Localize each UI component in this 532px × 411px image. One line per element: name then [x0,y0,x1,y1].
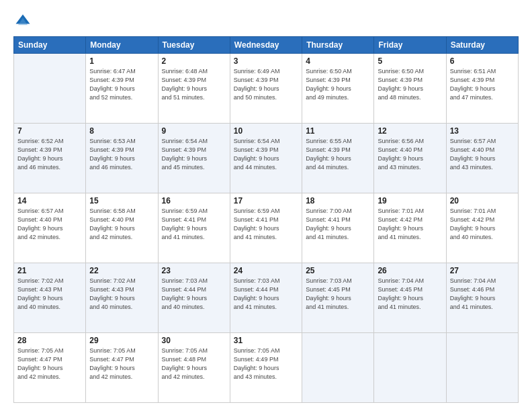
day-number: 9 [162,126,226,136]
day-cell: 20Sunrise: 7:01 AM Sunset: 4:42 PM Dayli… [446,193,518,263]
day-number: 16 [162,196,226,205]
day-cell: 4Sunrise: 6:50 AM Sunset: 4:39 PM Daylig… [302,54,374,124]
day-number: 8 [89,126,154,136]
day-info: Sunrise: 7:04 AM Sunset: 4:45 PM Dayligh… [378,277,442,312]
day-cell: 12Sunrise: 6:56 AM Sunset: 4:40 PM Dayli… [374,124,446,193]
day-cell [374,333,446,403]
day-number: 31 [234,336,298,345]
day-cell: 2Sunrise: 6:48 AM Sunset: 4:39 PM Daylig… [158,54,230,124]
day-cell: 23Sunrise: 7:03 AM Sunset: 4:44 PM Dayli… [158,263,230,333]
day-number: 10 [234,126,298,136]
col-header-saturday: Saturday [446,37,518,54]
day-cell: 14Sunrise: 6:57 AM Sunset: 4:40 PM Dayli… [14,193,86,263]
day-cell: 18Sunrise: 7:00 AM Sunset: 4:41 PM Dayli… [302,193,374,263]
day-number: 17 [234,196,298,205]
week-row-0: 1Sunrise: 6:47 AM Sunset: 4:39 PM Daylig… [14,54,519,124]
day-number: 19 [378,196,442,205]
day-cell: 16Sunrise: 6:59 AM Sunset: 4:41 PM Dayli… [158,193,230,263]
col-header-wednesday: Wednesday [230,37,302,54]
week-row-2: 14Sunrise: 6:57 AM Sunset: 4:40 PM Dayli… [14,193,519,263]
week-row-3: 21Sunrise: 7:02 AM Sunset: 4:43 PM Dayli… [14,263,519,333]
day-info: Sunrise: 6:53 AM Sunset: 4:39 PM Dayligh… [89,137,154,172]
day-cell: 22Sunrise: 7:02 AM Sunset: 4:43 PM Dayli… [86,263,158,333]
day-cell: 25Sunrise: 7:03 AM Sunset: 4:45 PM Dayli… [302,263,374,333]
day-cell: 5Sunrise: 6:50 AM Sunset: 4:39 PM Daylig… [374,54,446,124]
page: SundayMondayTuesdayWednesdayThursdayFrid… [0,0,532,411]
day-number: 20 [450,196,515,205]
day-cell: 24Sunrise: 7:03 AM Sunset: 4:44 PM Dayli… [230,263,302,333]
day-number: 18 [306,196,370,205]
day-info: Sunrise: 7:05 AM Sunset: 4:49 PM Dayligh… [234,347,298,381]
day-number: 22 [89,266,154,275]
col-header-thursday: Thursday [302,37,374,54]
day-info: Sunrise: 7:03 AM Sunset: 4:44 PM Dayligh… [162,277,226,312]
day-number: 1 [89,56,154,66]
day-info: Sunrise: 6:55 AM Sunset: 4:39 PM Dayligh… [306,137,370,172]
col-header-friday: Friday [374,37,446,54]
day-info: Sunrise: 7:00 AM Sunset: 4:41 PM Dayligh… [306,207,370,242]
day-info: Sunrise: 7:01 AM Sunset: 4:42 PM Dayligh… [450,207,515,242]
day-cell [14,54,86,124]
day-number: 7 [17,126,82,136]
day-info: Sunrise: 6:52 AM Sunset: 4:39 PM Dayligh… [17,137,82,172]
col-header-sunday: Sunday [14,37,86,54]
day-cell [446,333,518,403]
day-number: 14 [17,196,82,205]
day-number: 25 [306,266,370,275]
day-cell: 27Sunrise: 7:04 AM Sunset: 4:46 PM Dayli… [446,263,518,333]
day-info: Sunrise: 7:01 AM Sunset: 4:42 PM Dayligh… [378,207,442,242]
logo [13,12,34,31]
day-number: 30 [162,336,226,345]
week-row-4: 28Sunrise: 7:05 AM Sunset: 4:47 PM Dayli… [14,333,519,403]
day-cell: 19Sunrise: 7:01 AM Sunset: 4:42 PM Dayli… [374,193,446,263]
day-number: 26 [378,266,442,275]
day-info: Sunrise: 6:47 AM Sunset: 4:39 PM Dayligh… [89,67,154,102]
day-info: Sunrise: 6:56 AM Sunset: 4:40 PM Dayligh… [378,137,442,172]
day-cell: 8Sunrise: 6:53 AM Sunset: 4:39 PM Daylig… [86,124,158,193]
day-number: 12 [378,126,442,136]
day-number: 11 [306,126,370,136]
day-number: 27 [450,266,515,275]
day-number: 3 [234,56,298,66]
day-cell: 15Sunrise: 6:58 AM Sunset: 4:40 PM Dayli… [86,193,158,263]
day-cell [302,333,374,403]
col-header-tuesday: Tuesday [158,37,230,54]
day-number: 24 [234,266,298,275]
logo-icon [13,12,32,31]
day-info: Sunrise: 6:54 AM Sunset: 4:39 PM Dayligh… [234,137,298,172]
day-cell: 1Sunrise: 6:47 AM Sunset: 4:39 PM Daylig… [86,54,158,124]
day-info: Sunrise: 6:58 AM Sunset: 4:40 PM Dayligh… [89,207,154,242]
day-number: 13 [450,126,515,136]
week-row-1: 7Sunrise: 6:52 AM Sunset: 4:39 PM Daylig… [14,124,519,193]
day-number: 21 [17,266,82,275]
header-row: SundayMondayTuesdayWednesdayThursdayFrid… [14,37,519,54]
day-cell: 6Sunrise: 6:51 AM Sunset: 4:39 PM Daylig… [446,54,518,124]
day-cell: 30Sunrise: 7:05 AM Sunset: 4:48 PM Dayli… [158,333,230,403]
day-cell: 3Sunrise: 6:49 AM Sunset: 4:39 PM Daylig… [230,54,302,124]
day-number: 15 [89,196,154,205]
day-info: Sunrise: 7:02 AM Sunset: 4:43 PM Dayligh… [89,277,154,312]
day-info: Sunrise: 6:48 AM Sunset: 4:39 PM Dayligh… [162,67,226,102]
day-cell: 17Sunrise: 6:59 AM Sunset: 4:41 PM Dayli… [230,193,302,263]
day-info: Sunrise: 7:05 AM Sunset: 4:47 PM Dayligh… [89,347,154,381]
day-info: Sunrise: 6:54 AM Sunset: 4:39 PM Dayligh… [162,137,226,172]
day-cell: 21Sunrise: 7:02 AM Sunset: 4:43 PM Dayli… [14,263,86,333]
day-cell: 10Sunrise: 6:54 AM Sunset: 4:39 PM Dayli… [230,124,302,193]
day-cell: 31Sunrise: 7:05 AM Sunset: 4:49 PM Dayli… [230,333,302,403]
day-info: Sunrise: 6:50 AM Sunset: 4:39 PM Dayligh… [306,67,370,102]
day-number: 4 [306,56,370,66]
day-number: 29 [89,336,154,345]
day-cell: 7Sunrise: 6:52 AM Sunset: 4:39 PM Daylig… [14,124,86,193]
day-info: Sunrise: 6:59 AM Sunset: 4:41 PM Dayligh… [234,207,298,242]
day-info: Sunrise: 7:05 AM Sunset: 4:48 PM Dayligh… [162,347,226,381]
day-info: Sunrise: 7:04 AM Sunset: 4:46 PM Dayligh… [450,277,515,312]
day-info: Sunrise: 6:50 AM Sunset: 4:39 PM Dayligh… [378,67,442,102]
day-cell: 13Sunrise: 6:57 AM Sunset: 4:40 PM Dayli… [446,124,518,193]
day-info: Sunrise: 6:57 AM Sunset: 4:40 PM Dayligh… [450,137,515,172]
day-info: Sunrise: 7:05 AM Sunset: 4:47 PM Dayligh… [17,347,82,381]
day-cell: 11Sunrise: 6:55 AM Sunset: 4:39 PM Dayli… [302,124,374,193]
day-number: 5 [378,56,442,66]
day-cell: 28Sunrise: 7:05 AM Sunset: 4:47 PM Dayli… [14,333,86,403]
day-cell: 9Sunrise: 6:54 AM Sunset: 4:39 PM Daylig… [158,124,230,193]
day-info: Sunrise: 6:59 AM Sunset: 4:41 PM Dayligh… [162,207,226,242]
